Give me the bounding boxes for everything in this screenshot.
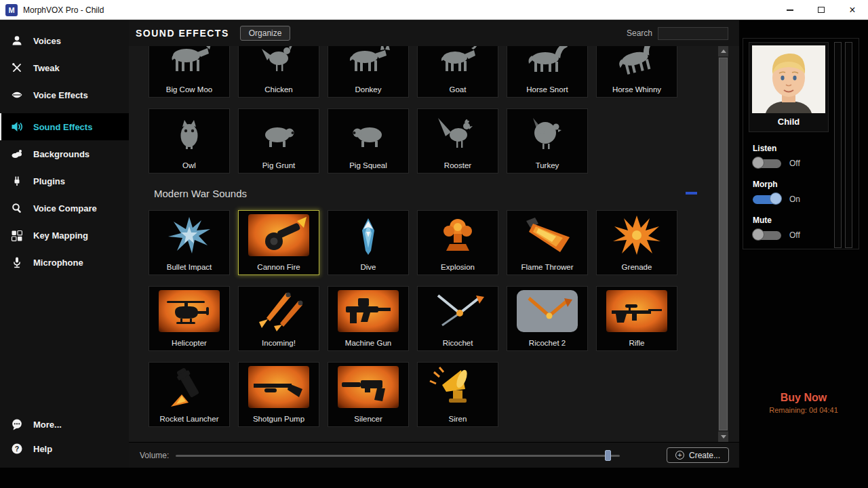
rocket-launcher-icon <box>159 366 220 408</box>
tile-label: Rocket Launcher <box>149 415 229 423</box>
bullet-impact-icon <box>159 214 220 256</box>
tile-content: Big Cow MooChickenDonkeyGoatHorse SnortH… <box>149 46 698 427</box>
listen-toggle[interactable] <box>753 159 781 168</box>
window-title: MorphVOX Pro - Child <box>23 5 104 15</box>
scroll-down-button[interactable] <box>718 432 728 442</box>
sound-tile-horse-whinny[interactable]: Horse Whinny <box>596 46 677 98</box>
close-icon: × <box>849 5 855 16</box>
sound-tile-explosion[interactable]: Explosion <box>417 210 498 275</box>
sound-tile-owl[interactable]: Owl <box>149 108 230 174</box>
scroll-up-button[interactable] <box>718 46 728 56</box>
sound-tile-machine-gun[interactable]: Machine Gun <box>328 286 409 351</box>
more-icon <box>11 418 23 430</box>
minimize-icon <box>787 9 793 11</box>
sidebar-item-more[interactable]: More... <box>0 412 129 436</box>
sidebar-item-voice-effects[interactable]: Voice Effects <box>0 81 129 108</box>
sidebar-item-microphone[interactable]: Microphone <box>0 249 129 276</box>
explosion-icon <box>427 214 488 256</box>
silencer-icon <box>338 366 399 408</box>
volume-track <box>176 455 620 457</box>
sound-tile-pig-grunt[interactable]: Pig Grunt <box>238 108 319 174</box>
sound-tile-ricochet[interactable]: Ricochet <box>417 286 498 351</box>
morph-toggle[interactable] <box>753 195 781 204</box>
sound-tile-turkey[interactable]: Turkey <box>507 108 588 174</box>
tile-label: Ricochet 2 <box>507 339 587 347</box>
volume-slider[interactable] <box>176 449 620 462</box>
tile-label: Flame Thrower <box>507 263 587 271</box>
sidebar-item-backgrounds[interactable]: Backgrounds <box>0 140 129 167</box>
sound-tile-rooster[interactable]: Rooster <box>417 108 498 174</box>
backgrounds-icon <box>11 148 23 160</box>
flame-thrower-icon <box>517 214 578 256</box>
mute-toggle[interactable] <box>753 231 781 240</box>
sound-tile-siren[interactable]: Siren <box>417 362 498 427</box>
search-input[interactable] <box>658 27 728 40</box>
sidebar-item-label: Microphone <box>33 258 83 268</box>
pig-squeal-icon <box>338 113 399 155</box>
voice-card: Child <box>749 42 829 132</box>
toggle-state: On <box>789 195 800 204</box>
rifle-icon <box>606 290 667 332</box>
chicken-icon <box>248 46 309 79</box>
buy-now-link[interactable]: Buy Now <box>739 392 868 404</box>
sidebar-item-sound-effects[interactable]: Sound Effects <box>0 113 129 140</box>
tile-label: Silencer <box>328 415 408 423</box>
scrollbar-thumb[interactable] <box>719 58 728 430</box>
sound-tile-goat[interactable]: Goat <box>417 46 498 98</box>
sound-tile-flame-thrower[interactable]: Flame Thrower <box>507 210 588 275</box>
sidebar-item-plugins[interactable]: Plugins <box>0 167 129 195</box>
minimize-button[interactable] <box>774 0 806 20</box>
app-body: VoicesTweakVoice EffectsSound EffectsBac… <box>0 20 868 468</box>
dive-icon <box>338 214 399 256</box>
sidebar-item-label: Tweak <box>33 63 60 73</box>
tile-label: Grenade <box>597 263 677 271</box>
sound-tile-helicopter[interactable]: Helicopter <box>149 286 230 351</box>
sidebar-item-voice-compare[interactable]: Voice Compare <box>0 195 129 222</box>
arrow-up-icon <box>721 49 726 53</box>
sound-tile-big-cow-moo[interactable]: Big Cow Moo <box>149 46 230 98</box>
sound-tile-chicken[interactable]: Chicken <box>238 46 319 98</box>
toggle-state: Off <box>789 159 800 168</box>
voice-compare-icon <box>11 202 23 214</box>
sidebar-item-help[interactable]: ?Help <box>0 436 129 461</box>
sidebar-item-key-mapping[interactable]: Key Mapping <box>0 222 129 249</box>
section-marker <box>686 192 697 195</box>
toggle-knob <box>752 228 764 241</box>
sidebar: VoicesTweakVoice EffectsSound EffectsBac… <box>0 20 129 468</box>
toggle-knob <box>752 157 764 169</box>
trial-remaining-text: Remaining: 0d 04:41 <box>739 406 868 414</box>
voices-icon <box>11 35 23 47</box>
sound-tile-dive[interactable]: Dive <box>328 210 409 275</box>
tile-label: Siren <box>418 415 498 423</box>
sound-tile-bullet-impact[interactable]: Bullet Impact <box>149 210 230 275</box>
sound-tile-ricochet-2[interactable]: Ricochet 2 <box>507 286 588 351</box>
sidebar-item-tweak[interactable]: Tweak <box>0 54 129 81</box>
group-title: Modern War Sounds <box>154 188 247 199</box>
sound-tile-rocket-launcher[interactable]: Rocket Launcher <box>149 362 230 427</box>
sound-tile-silencer[interactable]: Silencer <box>328 362 409 427</box>
sidebar-item-voices[interactable]: Voices <box>0 27 129 54</box>
child-avatar-image <box>752 45 825 113</box>
toggle-block-listen: ListenOff <box>753 144 854 170</box>
sound-tile-donkey[interactable]: Donkey <box>328 46 409 98</box>
sidebar-item-label: Voice Compare <box>33 203 97 214</box>
sound-tile-pig-squeal[interactable]: Pig Squeal <box>328 108 409 174</box>
maximize-button[interactable] <box>806 0 837 20</box>
sound-tile-shotgun-pump[interactable]: Shotgun Pump <box>238 362 319 427</box>
main-content: SOUND EFFECTS Organize Search Big Cow Mo… <box>129 20 739 468</box>
sound-tile-cannon-fire[interactable]: Cannon Fire <box>238 210 319 275</box>
sound-tile-grenade[interactable]: Grenade <box>596 210 677 275</box>
voice-panel: Child ListenOffMorphOnMuteOff Buy Now Re… <box>739 20 868 468</box>
ricochet-2-icon <box>517 290 578 332</box>
close-button[interactable]: × <box>837 0 868 20</box>
maximize-icon <box>818 7 825 13</box>
create-button[interactable]: + Create... <box>667 447 729 463</box>
organize-button[interactable]: Organize <box>240 26 291 41</box>
volume-handle[interactable] <box>605 450 611 461</box>
voice-effects-icon <box>11 89 23 101</box>
vertical-scrollbar[interactable] <box>718 46 728 442</box>
sound-tile-horse-snort[interactable]: Horse Snort <box>507 46 588 98</box>
tile-grid: Big Cow MooChickenDonkeyGoatHorse SnortH… <box>149 46 698 174</box>
sound-tile-incoming[interactable]: Incoming! <box>238 286 319 351</box>
sound-tile-rifle[interactable]: Rifle <box>596 286 677 351</box>
